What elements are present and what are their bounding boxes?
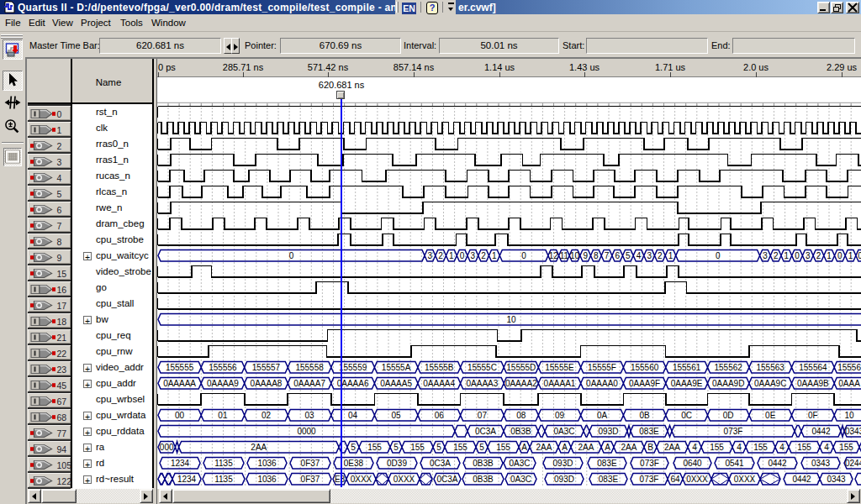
svg-text:0B3B: 0B3B: [510, 427, 531, 436]
svg-text:0AAA9C: 0AAA9C: [754, 379, 786, 388]
svg-text:0C: 0C: [681, 411, 692, 420]
svg-text:15555A: 15555A: [382, 363, 411, 372]
svg-text:11: 11: [560, 251, 569, 260]
svg-text:0B3B: 0B3B: [473, 459, 494, 468]
svg-text:155561: 155561: [673, 363, 701, 372]
svg-text:0C3A: 0C3A: [430, 459, 451, 468]
svg-text:1135: 1135: [214, 459, 233, 468]
svg-text:4: 4: [737, 443, 742, 452]
svg-text:1234: 1234: [171, 459, 190, 468]
svg-text:15555C: 15555C: [467, 363, 497, 372]
svg-text:155: 155: [710, 443, 724, 452]
svg-text:0000: 0000: [297, 427, 316, 436]
svg-text:0C3A: 0C3A: [436, 475, 457, 484]
svg-text:0A3C: 0A3C: [509, 459, 530, 468]
svg-text:6: 6: [615, 251, 620, 260]
svg-text:0442: 0442: [768, 459, 787, 468]
svg-text:2AA: 2AA: [664, 443, 680, 452]
svg-text:5: 5: [394, 443, 399, 452]
svg-text:5: 5: [436, 443, 441, 452]
svg-text:10: 10: [570, 251, 580, 260]
svg-text:155559: 155559: [339, 363, 367, 372]
svg-text:155: 155: [797, 443, 811, 452]
svg-text:4: 4: [637, 251, 642, 260]
svg-text:3: 3: [806, 251, 811, 260]
svg-text:3: 3: [471, 251, 476, 260]
svg-text:A: A: [605, 443, 610, 452]
svg-text:A: A: [521, 443, 527, 452]
svg-text:155555: 155555: [166, 363, 194, 372]
svg-text:09: 09: [555, 411, 565, 420]
svg-text:093D: 093D: [599, 427, 619, 436]
svg-text:15555D: 15555D: [506, 363, 536, 372]
svg-text:1: 1: [449, 251, 454, 260]
svg-text:64: 64: [670, 475, 680, 484]
svg-text:0AAAA0: 0AAAA0: [586, 379, 618, 388]
svg-text:155: 155: [410, 443, 425, 452]
svg-text:083E: 083E: [599, 475, 619, 484]
svg-text:0A: 0A: [597, 411, 608, 420]
svg-text:15555E: 15555E: [545, 363, 574, 372]
svg-text:4: 4: [692, 443, 697, 452]
svg-text:1: 1: [784, 251, 790, 260]
svg-text:0XXX: 0XXX: [686, 475, 708, 484]
svg-text:0: 0: [716, 251, 721, 260]
svg-text:0343: 0343: [845, 427, 861, 436]
svg-text:0AAA9B: 0AAA9B: [797, 379, 829, 388]
svg-text:000: 000: [160, 443, 174, 452]
svg-text:0AAAA3: 0AAAA3: [466, 379, 498, 388]
svg-text:06: 06: [435, 411, 445, 420]
svg-text:0XXX: 0XXX: [394, 475, 415, 484]
svg-text:0F37: 0F37: [301, 475, 320, 484]
svg-text:3: 3: [428, 251, 433, 260]
svg-text:08: 08: [516, 411, 526, 420]
svg-text:A: A: [562, 443, 568, 452]
svg-text:0AAAA4: 0AAAA4: [423, 379, 455, 388]
svg-text:0442: 0442: [792, 475, 811, 484]
svg-text:01: 01: [218, 411, 228, 420]
svg-text:07: 07: [478, 411, 488, 420]
svg-text:0AAA9F: 0AAA9F: [629, 379, 660, 388]
svg-text:155556: 155556: [209, 363, 237, 372]
svg-text:093D: 093D: [554, 475, 574, 484]
svg-text:3: 3: [647, 251, 652, 260]
svg-text:2: 2: [774, 251, 779, 260]
svg-text:0: 0: [795, 251, 800, 260]
svg-text:15555F: 15555F: [588, 363, 616, 372]
svg-text:8: 8: [594, 251, 599, 260]
svg-text:0AAAA2: 0AAAA2: [505, 379, 537, 388]
svg-text:1: 1: [492, 251, 497, 260]
svg-text:4: 4: [824, 443, 829, 452]
svg-text:0XXX: 0XXX: [734, 475, 756, 484]
svg-text:1036: 1036: [257, 459, 277, 468]
svg-text:155: 155: [453, 443, 467, 452]
svg-text:155: 155: [753, 443, 768, 452]
svg-text:0AAAA7: 0AAAA7: [293, 379, 325, 388]
svg-text:2AA: 2AA: [578, 443, 594, 452]
svg-text:0AAA9E: 0AAA9E: [671, 379, 703, 388]
svg-text:05: 05: [392, 411, 402, 420]
svg-text:15556: 15556: [837, 363, 861, 372]
svg-text:00: 00: [175, 411, 185, 420]
svg-text:155560: 155560: [631, 363, 659, 372]
svg-text:0: 0: [460, 251, 465, 260]
svg-text:12: 12: [549, 251, 559, 260]
svg-text:155557: 155557: [252, 363, 281, 372]
svg-text:0A3C: 0A3C: [510, 475, 531, 484]
svg-text:2: 2: [658, 251, 663, 260]
svg-text:073F: 073F: [640, 459, 659, 468]
svg-text:0: 0: [521, 251, 526, 260]
svg-text:0244: 0244: [845, 459, 861, 468]
svg-text:0C3A: 0C3A: [475, 427, 496, 436]
svg-text:0F37: 0F37: [301, 459, 320, 468]
svg-text:0640: 0640: [683, 459, 702, 468]
svg-text:073F: 073F: [724, 427, 743, 436]
svg-text:2AA: 2AA: [621, 443, 637, 452]
svg-text:0F: 0F: [808, 411, 818, 420]
svg-text:155558: 155558: [295, 363, 324, 372]
svg-text:155: 155: [839, 443, 853, 452]
svg-text:083E: 083E: [639, 427, 659, 436]
svg-text:3: 3: [763, 251, 768, 260]
svg-text:E3: E3: [335, 475, 346, 484]
svg-text:1: 1: [848, 251, 853, 260]
